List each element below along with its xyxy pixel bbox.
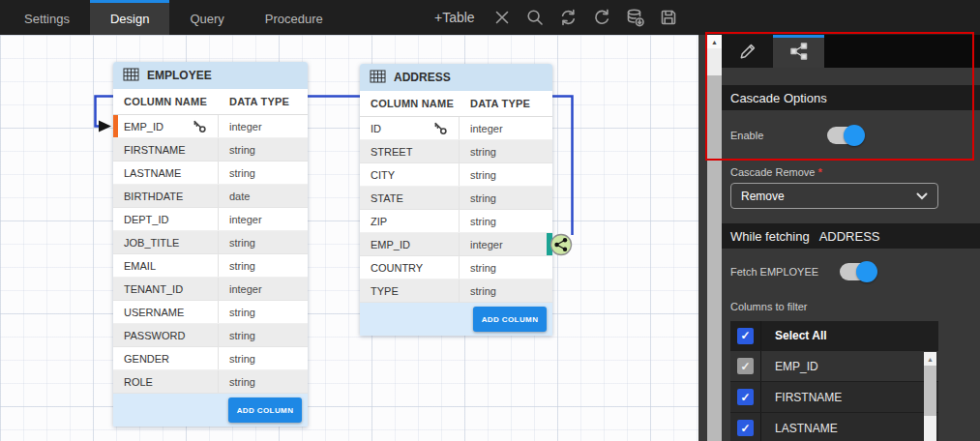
cascade-remove-select[interactable]: Remove	[730, 183, 938, 209]
scrollbar-thumb[interactable]	[707, 75, 722, 441]
table-address-header[interactable]: ADDRESS	[360, 64, 552, 91]
close-icon[interactable]	[492, 8, 512, 27]
fetch-employee-label: Fetch EMPLOYEE	[730, 266, 840, 278]
table-row[interactable]: ID integer	[360, 117, 552, 140]
table-footer: ADD COLUMN	[360, 303, 552, 336]
table-row[interactable]: STREET string	[360, 140, 552, 163]
table-row[interactable]: TENANT_ID integer	[113, 278, 308, 301]
primary-key-icon	[433, 122, 447, 134]
topbar: SettingsDesignQueryProcedure +Table	[0, 0, 980, 35]
enable-row: Enable	[722, 110, 980, 161]
table-title: EMPLOYEE	[147, 69, 212, 82]
nav-tab-design[interactable]: Design	[90, 0, 169, 35]
database-export-icon[interactable]	[625, 8, 645, 28]
table-row[interactable]: BIRTHDATE date	[113, 185, 308, 208]
table-employee-header[interactable]: EMPLOYEE	[113, 62, 308, 89]
fetch-row: Fetch EMPLOYEE	[722, 249, 980, 295]
add-column-button[interactable]: ADD COLUMN	[473, 307, 547, 332]
tab-relation[interactable]	[773, 35, 824, 68]
panel-scrollbar[interactable]: ▲	[707, 35, 722, 441]
table-row[interactable]: DEPT_ID integer	[113, 208, 308, 231]
table-row[interactable]: STATE string	[360, 187, 552, 210]
primary-key-icon	[193, 120, 206, 132]
table-grid-icon	[123, 68, 139, 84]
table-row[interactable]: ZIP string	[360, 210, 552, 233]
fetching-table-name: ADDRESS	[819, 229, 880, 244]
tab-edit[interactable]	[722, 35, 773, 68]
table-row[interactable]: EMP_ID integer	[113, 115, 308, 138]
search-icon[interactable]	[525, 8, 545, 27]
fetch-employee-toggle[interactable]	[840, 261, 878, 282]
column-checkbox[interactable]: ✓	[737, 389, 754, 405]
table-row[interactable]: CITY string	[360, 163, 552, 187]
pencil-icon	[738, 42, 757, 65]
column-label: FIRSTNAME	[761, 382, 842, 412]
column-filter-row[interactable]: ✓ EMP_ID	[730, 351, 938, 382]
columns-filter-list: ✓ Select All ✓ EMP_ID ✓ FIRSTNAME ✓ LAST…	[730, 321, 938, 441]
table-employee[interactable]: EMPLOYEE COLUMN NAME DATA TYPE EMP_ID in…	[113, 62, 308, 426]
table-row[interactable]: GENDER string	[113, 347, 308, 370]
select-all-checkbox[interactable]: ✓	[737, 328, 754, 344]
column-checkbox[interactable]: ✓	[737, 420, 754, 436]
enable-label: Enable	[730, 130, 827, 141]
chevron-down-icon	[916, 192, 928, 200]
table-row[interactable]: PASSWORD string	[113, 324, 308, 347]
table-column-headers: COLUMN NAME DATA TYPE	[113, 89, 308, 115]
list-scrollbar[interactable]: ▲	[924, 352, 936, 441]
table-row[interactable]: EMAIL string	[113, 254, 308, 278]
panel-content: Cascade Options Enable Cascade Remove* R…	[722, 35, 980, 441]
table-row[interactable]: LASTNAME string	[113, 162, 308, 185]
column-label: EMP_ID	[761, 351, 818, 381]
table-row[interactable]: COUNTRY string	[360, 256, 552, 279]
cascade-options-header: Cascade Options	[722, 85, 980, 110]
column-checkbox[interactable]: ✓	[737, 358, 754, 374]
diagram-canvas[interactable]: EMPLOYEE COLUMN NAME DATA TYPE EMP_ID in…	[0, 35, 707, 441]
table-grid-icon	[370, 70, 386, 86]
relation-panel: » RELATION: FK_ADDRESS_TO_EMPLOY... ▲ Ca…	[698, 0, 980, 441]
table-row[interactable]: EMP_ID integer	[360, 233, 552, 256]
while-fetching-header: While fetching ADDRESS	[722, 223, 980, 249]
table-footer: ADD COLUMN	[113, 394, 308, 426]
toolbar: +Table	[434, 0, 678, 35]
redo-icon[interactable]	[592, 8, 611, 27]
table-row[interactable]: TYPE string	[360, 279, 552, 303]
relation-arrowhead-icon	[99, 121, 111, 132]
scroll-up-icon[interactable]: ▲	[707, 35, 722, 48]
relation-icon	[788, 41, 810, 66]
select-value: Remove	[741, 190, 785, 203]
scroll-up-icon[interactable]: ▲	[924, 352, 936, 365]
nav-tab-settings[interactable]: Settings	[4, 0, 90, 35]
table-row[interactable]: USERNAME string	[113, 301, 308, 324]
add-table-button[interactable]: +Table	[434, 10, 475, 25]
table-column-headers: COLUMN NAME DATA TYPE	[360, 91, 552, 117]
nav-tab-query[interactable]: Query	[169, 0, 244, 35]
relation-connector-line	[0, 35, 707, 441]
select-all-row[interactable]: ✓ Select All	[730, 321, 938, 351]
cascade-remove-label: Cascade Remove*	[730, 166, 980, 178]
table-row[interactable]: ROLE string	[113, 370, 308, 394]
table-title: ADDRESS	[394, 71, 451, 84]
panel-tabs	[722, 35, 980, 68]
column-label: LASTNAME	[761, 413, 838, 441]
table-address[interactable]: ADDRESS COLUMN NAME DATA TYPE ID integer…	[360, 64, 552, 336]
required-mark: *	[817, 166, 821, 178]
table-row[interactable]: FIRSTNAME string	[113, 138, 308, 162]
add-column-button[interactable]: ADD COLUMN	[228, 397, 302, 423]
columns-to-filter-label: Columns to filter	[730, 301, 980, 312]
select-all-label: Select All	[761, 321, 827, 350]
sync-icon[interactable]	[558, 8, 579, 27]
nav-tab-procedure[interactable]: Procedure	[245, 0, 343, 35]
column-filter-row[interactable]: ✓ LASTNAME	[730, 413, 938, 441]
save-icon[interactable]	[659, 8, 678, 27]
enable-toggle[interactable]	[827, 125, 866, 146]
column-filter-row[interactable]: ✓ FIRSTNAME	[730, 382, 938, 413]
scrollbar-thumb[interactable]	[924, 366, 936, 416]
table-row[interactable]: JOB_TITLE string	[113, 231, 308, 254]
